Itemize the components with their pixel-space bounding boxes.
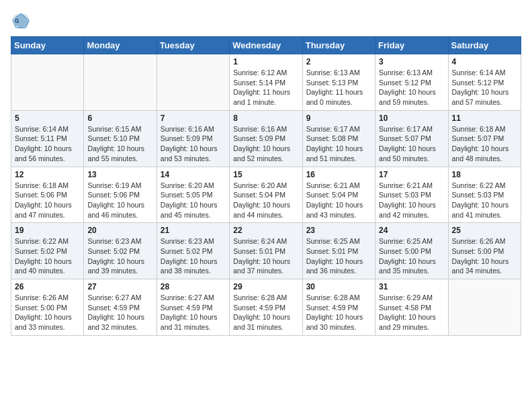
calendar-cell: 25Sunrise: 6:26 AMSunset: 5:00 PMDayligh… <box>448 223 521 279</box>
day-number: 11 <box>452 113 517 123</box>
day-number: 1 <box>233 57 298 66</box>
calendar-cell: 12Sunrise: 6:18 AMSunset: 5:06 PMDayligh… <box>11 167 84 223</box>
day-number: 12 <box>15 170 80 179</box>
calendar-cell: 8Sunrise: 6:16 AMSunset: 5:09 PMDaylight… <box>230 110 302 167</box>
day-number: 5 <box>15 113 80 123</box>
day-info: Sunrise: 6:18 AMSunset: 5:06 PMDaylight:… <box>15 181 80 220</box>
day-header-friday: Friday <box>375 37 448 54</box>
calendar-cell: 3Sunrise: 6:13 AMSunset: 5:12 PMDaylight… <box>375 54 448 111</box>
calendar-cell: 24Sunrise: 6:25 AMSunset: 5:00 PMDayligh… <box>375 223 448 279</box>
day-number: 24 <box>379 226 444 235</box>
day-info: Sunrise: 6:21 AMSunset: 5:03 PMDaylight:… <box>379 181 444 220</box>
logo-icon: G <box>11 11 31 31</box>
day-header-wednesday: Wednesday <box>230 37 302 54</box>
day-number: 20 <box>87 226 152 235</box>
day-info: Sunrise: 6:12 AMSunset: 5:14 PMDaylight:… <box>233 68 298 107</box>
day-number: 27 <box>87 282 152 291</box>
day-number: 22 <box>233 226 298 235</box>
day-info: Sunrise: 6:27 AMSunset: 4:59 PMDaylight:… <box>87 293 152 332</box>
day-info: Sunrise: 6:16 AMSunset: 5:09 PMDaylight:… <box>233 124 298 164</box>
day-number: 6 <box>87 113 152 123</box>
day-number: 2 <box>306 57 371 66</box>
calendar-cell: 16Sunrise: 6:21 AMSunset: 5:04 PMDayligh… <box>302 167 375 223</box>
day-info: Sunrise: 6:17 AMSunset: 5:08 PMDaylight:… <box>306 124 371 164</box>
calendar-cell: 29Sunrise: 6:28 AMSunset: 4:59 PMDayligh… <box>230 279 302 336</box>
calendar-cell: 18Sunrise: 6:22 AMSunset: 5:03 PMDayligh… <box>448 167 521 223</box>
day-number: 14 <box>161 170 226 179</box>
calendar-cell: 17Sunrise: 6:21 AMSunset: 5:03 PMDayligh… <box>375 167 448 223</box>
day-info: Sunrise: 6:28 AMSunset: 4:59 PMDaylight:… <box>233 293 298 332</box>
day-number: 19 <box>15 226 80 235</box>
svg-text:G: G <box>15 18 19 24</box>
day-info: Sunrise: 6:26 AMSunset: 5:00 PMDaylight:… <box>452 236 517 276</box>
calendar-cell: 5Sunrise: 6:14 AMSunset: 5:11 PMDaylight… <box>11 110 84 167</box>
calendar-week-5: 26Sunrise: 6:26 AMSunset: 5:00 PMDayligh… <box>11 279 521 336</box>
calendar-cell: 26Sunrise: 6:26 AMSunset: 5:00 PMDayligh… <box>11 279 84 336</box>
day-number: 3 <box>379 57 444 66</box>
calendar-cell: 30Sunrise: 6:28 AMSunset: 4:59 PMDayligh… <box>302 279 375 336</box>
day-info: Sunrise: 6:13 AMSunset: 5:12 PMDaylight:… <box>379 68 444 107</box>
day-info: Sunrise: 6:27 AMSunset: 4:59 PMDaylight:… <box>161 293 226 332</box>
day-number: 8 <box>233 113 298 123</box>
day-number: 10 <box>379 113 444 123</box>
day-header-saturday: Saturday <box>448 37 521 54</box>
day-info: Sunrise: 6:22 AMSunset: 5:02 PMDaylight:… <box>15 236 80 276</box>
calendar-table: SundayMondayTuesdayWednesdayThursdayFrid… <box>11 36 521 336</box>
page-header: G <box>11 11 521 31</box>
day-number: 26 <box>15 282 80 291</box>
day-number: 16 <box>306 170 371 179</box>
day-number: 15 <box>233 170 298 179</box>
day-info: Sunrise: 6:20 AMSunset: 5:05 PMDaylight:… <box>161 181 226 220</box>
calendar-cell: 13Sunrise: 6:19 AMSunset: 5:06 PMDayligh… <box>84 167 157 223</box>
calendar-week-1: 1Sunrise: 6:12 AMSunset: 5:14 PMDaylight… <box>11 54 521 111</box>
day-number: 13 <box>87 170 152 179</box>
day-info: Sunrise: 6:21 AMSunset: 5:04 PMDaylight:… <box>306 181 371 220</box>
calendar-cell: 11Sunrise: 6:18 AMSunset: 5:07 PMDayligh… <box>448 110 521 167</box>
calendar-cell: 21Sunrise: 6:23 AMSunset: 5:02 PMDayligh… <box>157 223 229 279</box>
day-info: Sunrise: 6:15 AMSunset: 5:10 PMDaylight:… <box>87 124 152 164</box>
day-number: 9 <box>306 113 371 123</box>
calendar-week-4: 19Sunrise: 6:22 AMSunset: 5:02 PMDayligh… <box>11 223 521 279</box>
day-number: 28 <box>161 282 226 291</box>
calendar-cell: 1Sunrise: 6:12 AMSunset: 5:14 PMDaylight… <box>230 54 302 111</box>
day-info: Sunrise: 6:14 AMSunset: 5:12 PMDaylight:… <box>452 68 517 107</box>
day-number: 23 <box>306 226 371 235</box>
calendar-cell <box>11 54 84 111</box>
day-info: Sunrise: 6:20 AMSunset: 5:04 PMDaylight:… <box>233 181 298 220</box>
day-info: Sunrise: 6:28 AMSunset: 4:59 PMDaylight:… <box>306 293 371 332</box>
calendar-header-row: SundayMondayTuesdayWednesdayThursdayFrid… <box>11 37 521 54</box>
day-info: Sunrise: 6:23 AMSunset: 5:02 PMDaylight:… <box>87 236 152 276</box>
calendar-cell: 28Sunrise: 6:27 AMSunset: 4:59 PMDayligh… <box>157 279 229 336</box>
day-info: Sunrise: 6:17 AMSunset: 5:07 PMDaylight:… <box>379 124 444 164</box>
day-info: Sunrise: 6:22 AMSunset: 5:03 PMDaylight:… <box>452 181 517 220</box>
day-info: Sunrise: 6:18 AMSunset: 5:07 PMDaylight:… <box>452 124 517 164</box>
day-number: 21 <box>161 226 226 235</box>
calendar-week-2: 5Sunrise: 6:14 AMSunset: 5:11 PMDaylight… <box>11 110 521 167</box>
calendar-cell: 6Sunrise: 6:15 AMSunset: 5:10 PMDaylight… <box>84 110 157 167</box>
calendar-cell: 23Sunrise: 6:25 AMSunset: 5:01 PMDayligh… <box>302 223 375 279</box>
day-number: 31 <box>379 282 444 291</box>
day-info: Sunrise: 6:29 AMSunset: 4:58 PMDaylight:… <box>379 293 444 332</box>
day-info: Sunrise: 6:13 AMSunset: 5:13 PMDaylight:… <box>306 68 371 107</box>
calendar-cell <box>448 279 521 336</box>
calendar-cell <box>84 54 157 111</box>
day-number: 29 <box>233 282 298 291</box>
calendar-cell: 4Sunrise: 6:14 AMSunset: 5:12 PMDaylight… <box>448 54 521 111</box>
calendar-cell: 15Sunrise: 6:20 AMSunset: 5:04 PMDayligh… <box>230 167 302 223</box>
day-number: 18 <box>452 170 517 179</box>
calendar-cell: 19Sunrise: 6:22 AMSunset: 5:02 PMDayligh… <box>11 223 84 279</box>
day-number: 30 <box>306 282 371 291</box>
day-number: 4 <box>452 57 517 66</box>
calendar-week-3: 12Sunrise: 6:18 AMSunset: 5:06 PMDayligh… <box>11 167 521 223</box>
day-header-tuesday: Tuesday <box>157 37 229 54</box>
logo: G <box>11 11 34 31</box>
day-info: Sunrise: 6:14 AMSunset: 5:11 PMDaylight:… <box>15 124 80 164</box>
day-info: Sunrise: 6:25 AMSunset: 5:00 PMDaylight:… <box>379 236 444 276</box>
day-info: Sunrise: 6:26 AMSunset: 5:00 PMDaylight:… <box>15 293 80 332</box>
calendar-cell: 27Sunrise: 6:27 AMSunset: 4:59 PMDayligh… <box>84 279 157 336</box>
calendar-cell: 22Sunrise: 6:24 AMSunset: 5:01 PMDayligh… <box>230 223 302 279</box>
calendar-cell: 14Sunrise: 6:20 AMSunset: 5:05 PMDayligh… <box>157 167 229 223</box>
day-header-sunday: Sunday <box>11 37 84 54</box>
day-number: 25 <box>452 226 517 235</box>
calendar-cell: 9Sunrise: 6:17 AMSunset: 5:08 PMDaylight… <box>302 110 375 167</box>
